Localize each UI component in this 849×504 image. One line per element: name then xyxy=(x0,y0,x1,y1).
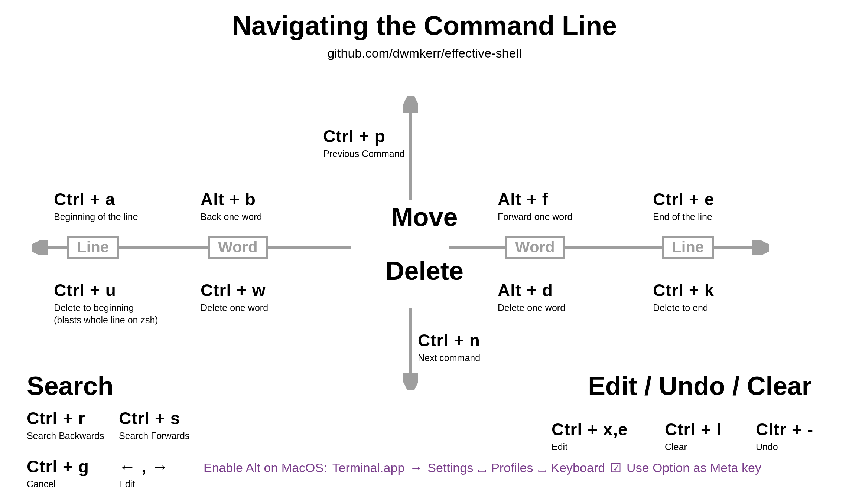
edit-heading: Edit / Undo / Clear xyxy=(588,371,812,401)
shortcut-desc: Beginning of the line xyxy=(54,212,138,222)
shortcut-desc: Search Forwards xyxy=(119,431,189,441)
arrow-right-icon: → xyxy=(410,461,422,475)
shortcut-word-back: Alt + b Back one word xyxy=(201,189,262,222)
shortcut-del-word-left: Ctrl + w Delete one word xyxy=(201,280,268,313)
shortcut-del-to-end: Ctrl + k Delete to end xyxy=(653,280,714,313)
shortcut-desc: Delete to beginning xyxy=(54,302,158,313)
shortcut-desc: Cancel xyxy=(27,479,89,490)
shortcut-key: Ctrl + g xyxy=(27,456,89,477)
shortcut-key: Ctrl + e xyxy=(653,189,714,209)
shortcut-desc: Next command xyxy=(418,353,480,363)
shortcut-desc: Undo xyxy=(756,442,813,452)
pill-line-left: Line xyxy=(67,236,119,259)
arrow-up-icon xyxy=(403,96,418,204)
shortcut-prev-cmd: Ctrl + p Previous Command xyxy=(323,126,405,159)
page-title: Navigating the Command Line xyxy=(0,10,849,41)
shortcut-key: Alt + b xyxy=(201,189,262,209)
pill-word-left: Word xyxy=(208,236,268,259)
shortcut-del-word-right: Alt + d Delete one word xyxy=(498,280,565,313)
footer-settings: Settings xyxy=(427,461,473,475)
checkbox-icon: ☑ xyxy=(610,460,621,475)
arrow-keys-icon: ← , → xyxy=(119,456,169,477)
pill-word-right: Word xyxy=(505,236,565,259)
subtitle-link: github.com/dwmkerr/effective-shell xyxy=(0,46,849,60)
shortcut-key: Ctrl + s xyxy=(119,408,189,428)
footer-app: Terminal.app xyxy=(332,461,405,475)
shortcut-note: (blasts whole line on zsh) xyxy=(54,315,158,325)
shortcut-desc: Search Backwards xyxy=(27,431,104,441)
pill-line-right: Line xyxy=(662,236,714,259)
shortcut-key: Cltr + - xyxy=(756,419,813,439)
shortcut-edit: Ctrl + x,e Edit xyxy=(552,419,628,452)
footer-macos-tip: Enable Alt on MacOS: Terminal.app → Sett… xyxy=(204,460,761,475)
shortcut-desc: Edit xyxy=(119,479,169,490)
footer-lead: Enable Alt on MacOS: xyxy=(204,461,327,475)
shortcut-desc: Edit xyxy=(552,442,628,452)
footer-profiles: Profiles xyxy=(491,461,533,475)
arrow-down-icon xyxy=(403,304,418,390)
shortcut-search-cancel: Ctrl + g Cancel xyxy=(27,456,89,490)
footer-meta: Use Option as Meta key xyxy=(627,461,761,475)
shortcut-line-begin: Ctrl + a Beginning of the line xyxy=(54,189,138,222)
shortcut-search-edit: ← , → Edit xyxy=(119,456,169,490)
shortcut-key: Ctrl + n xyxy=(418,330,480,350)
shortcut-word-fwd: Alt + f Forward one word xyxy=(498,189,572,222)
shortcut-key: Ctrl + w xyxy=(201,280,268,300)
shortcut-del-to-begin: Ctrl + u Delete to beginning (blasts who… xyxy=(54,280,158,325)
tab-icon: ⎵ xyxy=(478,461,486,475)
shortcut-key: Ctrl + r xyxy=(27,408,104,428)
shortcut-desc: Delete to end xyxy=(653,302,714,313)
shortcut-search-back: Ctrl + r Search Backwards xyxy=(27,408,104,441)
arrow-right-icon xyxy=(446,240,769,255)
shortcut-line-end: Ctrl + e End of the line xyxy=(653,189,714,222)
shortcut-clear: Ctrl + l Clear xyxy=(665,419,721,452)
shortcut-desc: Delete one word xyxy=(201,302,268,313)
shortcut-desc: Previous Command xyxy=(323,148,405,159)
shortcut-key: Ctrl + k xyxy=(653,280,714,300)
shortcut-key: Ctrl + l xyxy=(665,419,721,439)
shortcut-desc: Delete one word xyxy=(498,302,565,313)
shortcut-undo: Cltr + - Undo xyxy=(756,419,813,452)
shortcut-desc: Back one word xyxy=(201,212,262,222)
shortcut-desc: Clear xyxy=(665,442,721,452)
footer-keyboard: Keyboard xyxy=(551,461,605,475)
shortcut-key: Ctrl + a xyxy=(54,189,138,209)
shortcut-desc: End of the line xyxy=(653,212,714,222)
shortcut-key: Ctrl + x,e xyxy=(552,419,628,439)
search-heading: Search xyxy=(27,371,113,401)
tab-icon: ⎵ xyxy=(539,461,546,475)
shortcut-key: Ctrl + p xyxy=(323,126,405,146)
shortcut-search-fwd: Ctrl + s Search Forwards xyxy=(119,408,189,441)
shortcut-key: Alt + d xyxy=(498,280,565,300)
shortcut-key: Ctrl + u xyxy=(54,280,158,300)
shortcut-desc: Forward one word xyxy=(498,212,572,222)
shortcut-next-cmd: Ctrl + n Next command xyxy=(418,330,480,363)
shortcut-key: Alt + f xyxy=(498,189,572,209)
